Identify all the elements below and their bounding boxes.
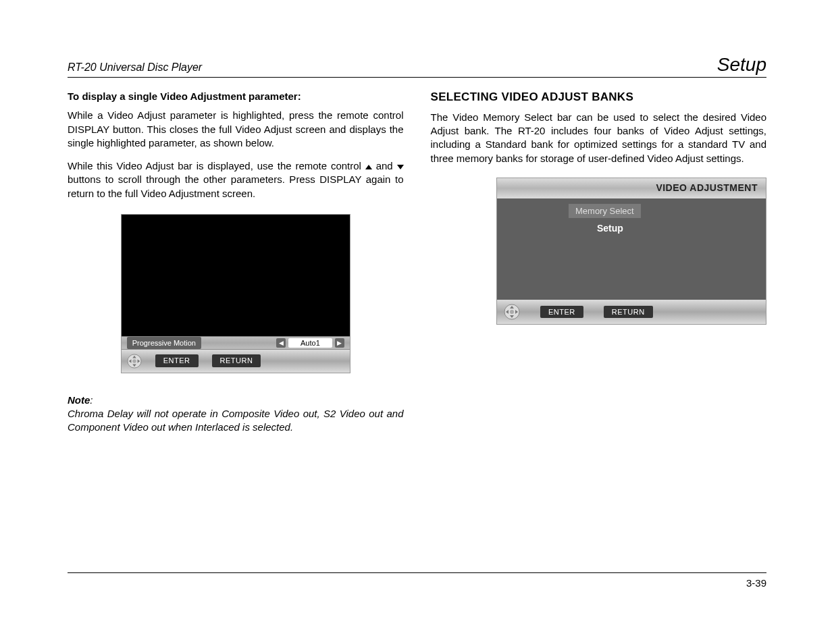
up-arrow-icon [365, 165, 372, 169]
note-colon: : [90, 394, 93, 406]
osd-enter-label: ENTER [155, 354, 199, 367]
section-heading: SELECTING VIDEO ADJUST BANKS [431, 90, 767, 105]
right-column: SELECTING VIDEO ADJUST BANKS The Video M… [431, 90, 767, 435]
p2-part-c: buttons to scroll through the other para… [68, 173, 404, 198]
left-subhead: To display a single Video Adjustment par… [68, 90, 404, 103]
osd-param-bar: Progressive Motion ◀ Auto1 ▶ [122, 336, 350, 350]
header-section: Setup [717, 54, 766, 76]
osd2-body: Memory Select Setup [497, 198, 766, 300]
p2-part-b: and [376, 160, 397, 171]
osd-left-arrow-icon: ◀ [276, 338, 286, 348]
osd-param-label: Progressive Motion [127, 337, 201, 349]
osd-bottom-bar: ENTER RETURN [122, 350, 350, 373]
right-paragraph-1: The Video Memory Select bar can be used … [431, 111, 767, 165]
down-arrow-icon [397, 165, 404, 169]
osd-return-label: RETURN [212, 354, 261, 367]
note-heading: Note [68, 394, 90, 406]
footer-rule [68, 572, 766, 573]
p2-part-a: While this Video Adjust bar is displayed… [68, 160, 361, 171]
osd-right-arrow-icon: ▶ [335, 338, 344, 348]
osd2-setup: Setup [597, 222, 766, 235]
svg-point-11 [510, 310, 514, 314]
osd2-bottom-bar: ENTER RETURN [497, 300, 766, 324]
note-body: Chroma Delay will not operate in Composi… [68, 407, 404, 435]
osd2-memory-select: Memory Select [569, 204, 641, 219]
osd-screenshot-memory: VIDEO ADJUSTMENT Memory Select Setup ENT… [496, 178, 766, 325]
header-product: RT-20 Universal Disc Player [68, 61, 202, 74]
dpad-icon [504, 304, 520, 320]
dpad-icon [127, 354, 142, 369]
page-header: RT-20 Universal Disc Player Setup [68, 54, 766, 78]
osd2-title: VIDEO ADJUSTMENT [497, 178, 766, 198]
osd-param-value: Auto1 [288, 338, 332, 348]
osd2-enter-label: ENTER [540, 306, 583, 319]
left-column: To display a single Video Adjustment par… [68, 90, 404, 435]
osd-param-value-wrap: ◀ Auto1 ▶ [276, 338, 344, 348]
osd-screenshot-parameter: Progressive Motion ◀ Auto1 ▶ ENTER RETUR… [121, 214, 350, 373]
note-block: Note: Chroma Delay will not operate in C… [68, 394, 404, 435]
svg-point-5 [132, 359, 136, 363]
left-paragraph-1: While a Video Adjust parameter is highli… [68, 109, 404, 150]
osd2-return-label: RETURN [604, 306, 653, 319]
osd-black-area [122, 215, 350, 336]
page-number: 3-39 [746, 577, 766, 589]
left-paragraph-2: While this Video Adjust bar is displayed… [68, 159, 404, 200]
